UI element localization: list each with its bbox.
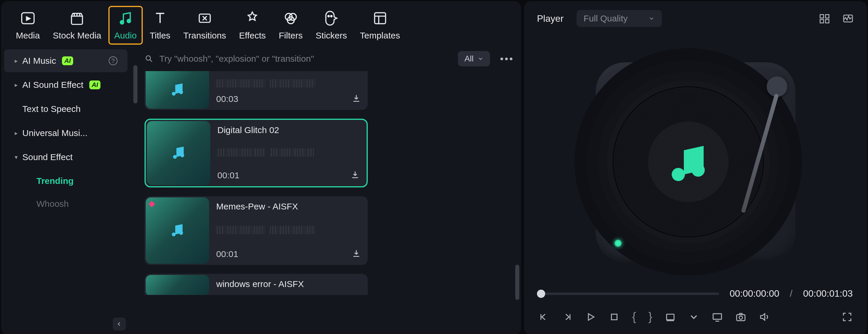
svg-point-14 [180, 154, 184, 157]
sidebar-subitem-trending[interactable]: Trending [4, 171, 127, 191]
audio-thumbnail [146, 71, 209, 109]
filters-icon [283, 10, 299, 26]
stop-icon[interactable] [609, 311, 620, 323]
stock-icon [69, 10, 85, 26]
waveform [217, 148, 339, 157]
scope-icon[interactable] [842, 12, 854, 24]
svg-rect-17 [820, 15, 824, 18]
fullscreen-icon[interactable] [842, 311, 853, 323]
music-note-icon [170, 144, 187, 162]
grid-view-icon[interactable] [819, 12, 830, 24]
help-icon[interactable]: ? [109, 56, 118, 65]
stickers-icon [323, 10, 340, 26]
display-icon[interactable] [712, 311, 723, 323]
audio-card[interactable]: ◆ Memes-Pew - AISFX 00:01 [145, 196, 368, 265]
content-area: All ••• [130, 45, 521, 334]
tab-stock-label: Stock Media [53, 31, 101, 40]
music-note-icon [662, 135, 715, 189]
chevron-down-icon[interactable] [688, 311, 700, 323]
tab-effects[interactable]: Effects [239, 10, 266, 40]
svg-rect-26 [713, 313, 721, 319]
search-icon [145, 54, 153, 63]
audio-card-selected[interactable]: Digital Glitch 02 00:01 [145, 119, 368, 187]
svg-point-16 [179, 231, 183, 235]
search-input[interactable] [159, 54, 451, 64]
svg-point-13 [173, 155, 177, 159]
collapse-sidebar-button[interactable] [113, 317, 126, 331]
sidebar-item-ai-sound-effect[interactable]: ▸ AI Sound Effect AI [4, 73, 127, 96]
playhead[interactable] [537, 290, 545, 298]
sidebar-subitem-whoosh[interactable]: Whoosh [4, 193, 127, 214]
snapshot-icon[interactable] [735, 311, 746, 323]
audio-card[interactable]: 00:03 [145, 71, 368, 110]
crop-icon[interactable] [665, 311, 676, 323]
duration: 00:03 [216, 94, 238, 104]
quality-label: Full Quality [584, 13, 628, 24]
player-panel: Player Full Quality [524, 1, 867, 334]
chevron-down-icon [477, 56, 484, 62]
tab-titles[interactable]: Titles [150, 10, 170, 40]
sidebar-item-label: AI Sound Effect [22, 80, 84, 90]
caret-icon: ▸ [14, 57, 18, 64]
sidebar-item-tts[interactable]: ▸ Text to Speech [4, 97, 127, 120]
player-title: Player [537, 13, 564, 24]
sidebar-item-sound-effect[interactable]: ▾ Sound Effect [4, 146, 127, 169]
tab-filters[interactable]: Filters [279, 10, 303, 40]
sidebar-item-label: AI Music [22, 56, 56, 66]
sidebar-subitem-label: Trending [36, 176, 74, 186]
svg-point-22 [672, 168, 685, 181]
step-back-icon[interactable] [538, 311, 549, 323]
sidebar-item-ai-music[interactable]: ▸ AI Music AI ? [4, 49, 127, 72]
step-forward-icon[interactable] [562, 311, 573, 323]
audio-thumbnail [147, 121, 210, 185]
ai-badge: AI [89, 81, 100, 89]
svg-point-11 [172, 92, 176, 96]
tab-effects-label: Effects [239, 31, 266, 40]
card-title: Digital Glitch 02 [217, 125, 360, 135]
music-note-icon [168, 81, 186, 99]
tab-transitions[interactable]: Transitions [183, 10, 226, 40]
tab-templates[interactable]: Templates [360, 10, 400, 40]
sidebar-item-label: Sound Effect [22, 152, 72, 162]
svg-point-28 [739, 316, 742, 319]
titles-icon [152, 10, 168, 26]
chevron-down-icon [648, 15, 655, 22]
tab-stickers[interactable]: Stickers [316, 10, 347, 40]
tab-audio[interactable]: Audio [108, 6, 143, 44]
download-button[interactable] [351, 248, 361, 260]
svg-point-8 [331, 16, 332, 17]
media-icon [20, 10, 36, 26]
download-button[interactable] [350, 170, 360, 181]
svg-point-10 [146, 56, 150, 60]
mark-out-button[interactable]: } [648, 310, 652, 324]
filter-select[interactable]: All [458, 51, 490, 66]
top-tabs: Media Stock Media Audio Titles [1, 1, 521, 45]
tab-media-label: Media [16, 31, 40, 40]
svg-point-23 [691, 163, 705, 177]
timeline-track[interactable] [538, 293, 719, 295]
volume-icon[interactable] [759, 311, 770, 323]
audio-card[interactable]: windows error - AISFX [145, 274, 368, 295]
play-icon[interactable] [585, 311, 596, 323]
svg-point-7 [328, 16, 329, 17]
duration: 00:01 [216, 249, 238, 259]
quality-select[interactable]: Full Quality [577, 10, 662, 27]
svg-rect-18 [826, 15, 829, 18]
tab-media[interactable]: Media [16, 10, 40, 40]
tab-stock-media[interactable]: Stock Media [53, 10, 101, 40]
more-button[interactable]: ••• [497, 53, 517, 65]
sidebar: ▸ AI Music AI ? ▸ AI Sound Effect AI ▸ T… [1, 45, 130, 334]
card-title: windows error - AISFX [216, 279, 361, 289]
audio-thumbnail: ◆ [146, 198, 209, 264]
audio-thumbnail [146, 275, 209, 295]
transport-controls: { } [524, 305, 867, 334]
preview-area [524, 36, 867, 288]
svg-point-12 [179, 90, 183, 94]
mark-in-button[interactable]: { [632, 310, 636, 324]
content-scrollbar[interactable] [515, 265, 519, 300]
download-button[interactable] [351, 93, 361, 104]
svg-point-15 [172, 233, 176, 237]
time-total: 00:00:01:03 [803, 288, 853, 299]
sidebar-item-universal-music[interactable]: ▸ Universal Musi... [4, 122, 127, 145]
time-separator: / [790, 288, 793, 299]
